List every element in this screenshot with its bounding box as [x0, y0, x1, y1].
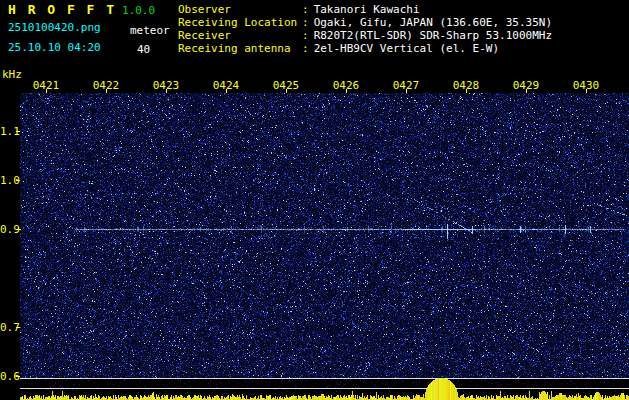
info-label: Receiving antenna [178, 42, 302, 55]
level-strip-canvas [20, 378, 629, 400]
count-label: 40 [137, 43, 150, 56]
info-row-antenna: Receiving antenna:2el-HB9CV Vertical (el… [178, 42, 552, 55]
info-colon: : [302, 3, 314, 16]
info-label: Receiving Location [178, 16, 302, 29]
info-value: 2el-HB9CV Vertical (el. E-W) [314, 42, 499, 55]
freq-label: 1.0 [0, 174, 15, 187]
freq-label: 0.6 [0, 370, 15, 383]
info-value: Ogaki, Gifu, JAPAN (136.60E, 35.35N) [314, 16, 552, 29]
info-value: R820T2(RTL-SDR) SDR-Sharp 53.1000MHz [314, 29, 552, 42]
freq-unit-label: kHz [2, 68, 22, 81]
info-colon: : [302, 42, 314, 55]
mode-label: meteor [130, 24, 170, 37]
info-row-observer: Observer:Takanori Kawachi [178, 3, 552, 16]
info-row-location: Receiving Location:Ogaki, Gifu, JAPAN (1… [178, 16, 552, 29]
info-value: Takanori Kawachi [314, 3, 420, 16]
info-row-receiver: Receiver:R820T2(RTL-SDR) SDR-Sharp 53.10… [178, 29, 552, 42]
station-info: Observer:Takanori Kawachi Receiving Loca… [178, 3, 552, 55]
output-filename: 2510100420.png [8, 21, 101, 34]
freq-label: 0.9 [0, 223, 15, 236]
freq-label: 0.7 [0, 321, 15, 334]
info-colon: : [302, 29, 314, 42]
info-colon: : [302, 16, 314, 29]
hrofft-window: H R O F F T 1.0.0 2510100420.png meteor … [0, 0, 629, 400]
app-version: 1.0.0 [122, 4, 155, 17]
info-label: Observer [178, 3, 302, 16]
spectrogram-canvas [20, 93, 629, 378]
freq-label: 1.1 [0, 125, 15, 138]
app-title: H R O F F T [8, 3, 116, 16]
datetime-label: 25.10.10 04:20 [8, 41, 101, 54]
info-label: Receiver [178, 29, 302, 42]
